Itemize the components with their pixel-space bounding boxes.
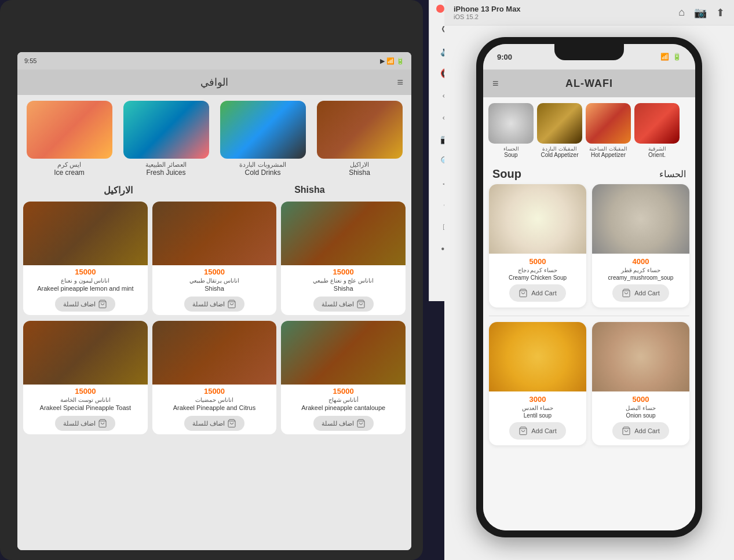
tablet-price-3: 15000: [281, 265, 406, 277]
tablet-price-6: 15000: [281, 385, 406, 397]
tablet-product-4: 15000 اناناس توست الخاصة Arakeel Special…: [23, 321, 148, 434]
phone-app-content: الحساء Soup المقبلات الباردة Cold Appeti…: [483, 97, 695, 530]
phone-cat-soup[interactable]: الحساء Soup: [488, 103, 534, 158]
tablet-product-name-ar-2: اناناس يرتقال طبيعي: [152, 277, 277, 284]
tablet-add-cart-btn-6[interactable]: اضاف للسلة: [313, 416, 374, 431]
phone-soup-section-header: Soup الحساء: [483, 164, 695, 184]
phone-cat-hot-app-en: Hot Appetizer: [591, 152, 626, 158]
phone-battery-icon: 🔋: [673, 53, 681, 61]
phone-app-title: AL-WAFI: [565, 78, 613, 90]
phone-notch: [554, 44, 624, 60]
tablet-product-2: 15000 اناناس يرتقال طبيعي Shisha اضاف لل…: [152, 202, 277, 315]
phone-add-btn-label-4: Add Cart: [634, 427, 659, 434]
tablet-product-name-en-2: Shisha: [152, 284, 277, 293]
tablet-product-3: 15000 اناناس علج و نعناع طبيعي Shisha اض…: [281, 202, 406, 315]
phone-camera-header-icon[interactable]: 📷: [694, 6, 707, 19]
phone-add-cart-btn-1[interactable]: Add Cart: [509, 284, 565, 302]
phone-cat-hot-app[interactable]: المقبلات الساخنة Hot Appetizer: [585, 103, 631, 158]
cat-cold-img: [220, 101, 306, 159]
tablet-product-img-6: [281, 321, 406, 385]
tablet-product-name-ar-5: اناناس حمضيات: [152, 397, 277, 403]
phone-add-btn-label-2: Add Cart: [634, 290, 659, 297]
phone-soup-name-en-4: Onion soup: [592, 411, 689, 422]
tablet-add-cart-btn-5[interactable]: اضاف للسلة: [184, 416, 244, 431]
tablet-cat-icecream[interactable]: ايس كرم Ice cream: [23, 101, 115, 177]
phone-soup-price-2: 4000: [592, 254, 689, 267]
cat-cold-en: Cold Drinks: [217, 169, 309, 177]
tablet-product-img-1: [23, 202, 148, 265]
tablet-cat-shisha[interactable]: الاراكيل Shisha: [313, 101, 406, 177]
phone-wifi-icon: 📶: [660, 53, 669, 61]
tablet-price-5: 15000: [152, 385, 277, 397]
tablet-product-name-en-4: Arakeel Special Pineapple Toast: [23, 403, 148, 412]
tablet-add-cart-btn-1[interactable]: اضاف للسلة: [55, 297, 115, 312]
phone-add-cart-btn-3[interactable]: Add Cart: [509, 422, 565, 440]
cat-shisha-en: Shisha: [313, 169, 406, 177]
phone-cat-orient[interactable]: الشرقية Orient.: [634, 103, 680, 158]
phone-soup-img-1: [489, 184, 586, 254]
phone-soup-product-2: 4000 حساء كريم قطر creamy_mushroom_soup …: [592, 184, 689, 308]
phone-header-bar: iPhone 13 Pro Max iOS 15.2 ⌂ 📷 ⬆: [444, 0, 734, 25]
tablet-add-cart-btn-4[interactable]: اضاف للسلة: [55, 416, 115, 431]
phone-time: 9:00: [497, 53, 512, 61]
phone-cat-orient-en: Orient.: [648, 152, 666, 158]
phone-cat-cold-app[interactable]: المقبلات الباردة Cold Appetizer: [536, 103, 583, 158]
phone-screen: 9:00 📶 🔋 ≡ AL-WAFI الحساء Soup: [483, 44, 695, 530]
tablet-add-btn-label-5: اضاف للسلة: [192, 420, 225, 427]
cat-shisha-img: [317, 101, 403, 159]
tablet-product-name-en-3: Shisha: [281, 284, 406, 293]
tablet-product-name-ar-4: اناناس توست الخاصة: [23, 397, 148, 403]
phone-cat-cold-app-ar: المقبلات الباردة: [542, 146, 577, 152]
tablet-product-img-2: [152, 202, 277, 265]
cat-cold-ar: المشروبات الباردة: [217, 161, 309, 169]
tablet-product-img-4: [23, 321, 148, 385]
tablet-product-name-en-1: Arakeel pineapple lemon and mint: [23, 284, 148, 293]
tablet-app-title: الوافي: [200, 76, 228, 89]
tablet-product-6: 15000 أناناس شهاج Arakeel pineapple cant…: [281, 321, 406, 434]
tablet-price-4: 15000: [23, 385, 148, 397]
tablet-add-cart-btn-3[interactable]: اضاف للسلة: [313, 297, 374, 312]
phone-soup-img-3: [489, 322, 586, 391]
soup-divider: [489, 316, 689, 316]
tablet-product-row1: 15000 اناناس ليمون و نعناع Arakeel pinea…: [23, 202, 406, 315]
phone-add-cart-btn-4[interactable]: Add Cart: [612, 422, 669, 440]
tablet-product-name-en-5: Arakeel Pineapple and Citrus: [152, 403, 277, 412]
phone-header-icons: ⌂ 📷 ⬆: [678, 6, 725, 19]
tablet-product-5: 15000 اناناس حمضيات Arakeel Pineapple an…: [152, 321, 277, 434]
tablet-categories: ايس كرم Ice cream العصائر الطبيعية Fresh…: [23, 101, 406, 177]
phone-cat-orient-img: [634, 103, 680, 144]
tablet-screen: 9:55 ▶ 📶 🔋 الوافي ≡ ايس كرم Ice cream ال…: [17, 52, 411, 550]
phone-cat-cold-app-en: Cold Appetizer: [541, 152, 578, 158]
phone-hamburger-menu[interactable]: ≡: [492, 78, 499, 90]
tablet-add-cart-btn-2[interactable]: اضاف للسلة: [184, 297, 244, 312]
phone-cat-cold-app-img: [537, 103, 582, 144]
tablet-menu-icon[interactable]: ≡: [397, 76, 403, 89]
cat-juices-ar: العصائر الطبيعية: [120, 161, 212, 169]
cat-icecream-ar: ايس كرم: [23, 161, 115, 169]
tablet-status-icons: ▶ 📶 🔋: [380, 57, 404, 65]
phone-cat-soup-en: Soup: [504, 152, 517, 158]
phone-soup-price-1: 5000: [489, 254, 586, 267]
tablet-price-1: 15000: [23, 265, 148, 277]
phone-cat-soup-ar: الحساء: [503, 146, 519, 152]
tablet-cat-cold[interactable]: المشروبات الباردة Cold Drinks: [217, 101, 309, 177]
phone-add-cart-btn-2[interactable]: Add Cart: [612, 284, 669, 302]
tablet-cat-juices[interactable]: العصائر الطبيعية Fresh Juices: [120, 101, 212, 177]
tablet-product-name-en-6: Arakeel pineapple cantaloupe: [281, 403, 406, 412]
phone-soup-img-4: [592, 322, 689, 391]
phone-soup-product-4: 5000 حساء البصل Onion soup Add Cart: [592, 322, 689, 445]
phone-soup-name-en-3: Lentil soup: [489, 411, 586, 422]
phone-share-icon[interactable]: ⬆: [716, 6, 725, 19]
phone-soup-price-3: 3000: [489, 391, 586, 405]
phone-soup-title-ar: الحساء: [659, 169, 686, 180]
phone-home-icon[interactable]: ⌂: [678, 6, 685, 19]
tablet-product-row2: 15000 اناناس توست الخاصة Arakeel Special…: [23, 321, 406, 434]
phone-soup-product-1: 5000 حساء كريم دجاج Creamy Chicken Soup …: [489, 184, 586, 308]
tablet-add-btn-label-4: اضاف للسلة: [63, 420, 96, 427]
phone-soup-name-en-1: Creamy Chicken Soup: [489, 273, 586, 284]
phone-soup-price-4: 5000: [592, 391, 689, 405]
tablet-product-name-ar-6: أناناس شهاج: [281, 397, 406, 403]
phone-cat-orient-ar: الشرقية: [648, 146, 666, 152]
close-button[interactable]: [436, 5, 444, 13]
phone-soup-name-ar-1: حساء كريم دجاج: [489, 267, 586, 273]
